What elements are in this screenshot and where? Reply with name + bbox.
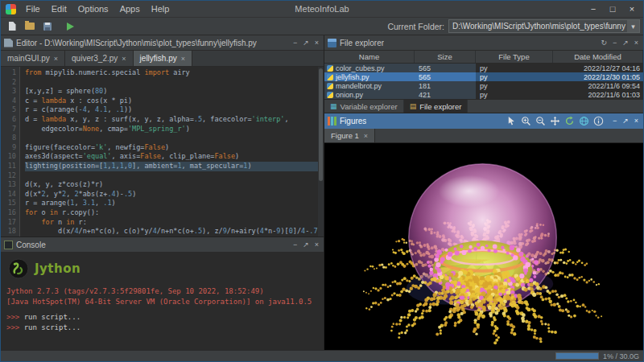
code-line [25,78,324,88]
run-script-button[interactable] [62,19,78,34]
minimize-window-button[interactable]: − [584,1,603,17]
dock-tab-label: File explorer [419,102,461,111]
file-row[interactable]: onion.py421py2022/11/6 01:03 [324,90,643,99]
code-line [25,171,324,181]
save-file-button[interactable] [39,19,56,34]
dock-tab-file-explorer[interactable]: ▤File explorer [404,100,469,113]
info-icon[interactable] [593,116,605,127]
prompt-marker: >>> [6,313,19,321]
run-icon [67,23,74,31]
minimize-icon[interactable]: − [293,237,297,253]
scrollbar-thumb[interactable] [319,68,323,181]
editor-tab[interactable]: mainGUI.py× [1,51,65,66]
figure-canvas[interactable] [324,143,643,350]
code-editor[interactable]: 123456789101112131415161718 from mipylib… [1,67,324,237]
console-icon [4,241,13,249]
file-explorer-header: File explorer ↻−↗× [324,35,643,51]
column-header-size[interactable]: Size [415,51,476,63]
file-row[interactable]: mandelbrot.py181py2022/11/6 09:54 [324,81,643,90]
code-line: r = c(arange(-4, 4.1, .1)) [25,105,324,115]
globe-icon[interactable] [579,116,590,127]
file-row[interactable]: jellyfish.py565py2022/12/30 01:05 [324,72,643,81]
file-name: color_cubes.py [336,64,385,72]
column-header-name[interactable]: Name [324,51,415,63]
python-file-icon [327,65,333,72]
menu-file[interactable]: File [20,1,46,17]
file-name-cell: color_cubes.py [324,64,415,72]
jellyfish-plot [324,143,643,350]
zoom-out-icon[interactable] [535,116,547,127]
dock-tab-label: Variable explorer [341,102,398,111]
console-header-controls: −↗× [293,237,320,253]
pan-icon[interactable] [550,116,561,127]
maximize-window-button[interactable]: □ [603,1,622,17]
tab-label: quiver3_2.py [72,54,118,63]
jython-logo-text: Jython [35,261,80,276]
jython-logo: Jython [8,258,318,279]
code-line: r = arange(1, 3.1, .1) [25,199,324,208]
file-date-cell: 2022/11/6 09:54 [553,81,643,90]
chevron-down-icon[interactable]: ▾ [627,20,639,32]
figure-tab-close-icon[interactable]: × [364,132,368,140]
variable-explorer-icon: ▦ [330,102,337,110]
console-title: Console [16,241,46,249]
editor-scrollbar[interactable] [318,67,324,237]
file-type-cell: py [476,81,553,90]
file-type-cell: py [476,90,553,99]
tab-close-icon[interactable]: × [54,55,58,63]
refresh-icon[interactable]: ↻ [601,35,607,51]
close-icon[interactable]: × [315,35,319,51]
close-icon[interactable]: × [634,113,638,129]
python-file-icon [327,83,333,89]
menu-options[interactable]: Options [72,1,114,17]
close-icon[interactable]: × [634,35,638,51]
zoom-in-icon[interactable] [521,116,532,127]
minimize-icon[interactable]: − [613,113,617,129]
code-line: from mipylib.numeric.special import airy [25,68,324,78]
explorer-dock-tabs: ▦Variable explorer▤File explorer [324,99,643,113]
prompt-text: run script... [19,323,80,331]
console-output[interactable]: Jython Jython 2.7.3 (tags/v2.7.3:5f29801… [1,253,324,350]
tab-close-icon[interactable]: × [181,55,185,63]
tab-close-icon[interactable]: × [122,55,126,63]
file-name: onion.py [336,91,363,99]
open-file-button[interactable] [22,19,38,34]
minimize-icon[interactable]: − [293,35,297,51]
menu-apps[interactable]: Apps [114,1,146,17]
column-header-date[interactable]: Date Modified [553,51,643,63]
main-toolbar: Current Folder: D:\Working\MIScript\Jyth… [1,17,643,35]
minimize-icon[interactable]: − [613,35,617,51]
file-size-cell: 565 [415,72,476,81]
editor-tab[interactable]: jellyfish.py× [134,51,192,66]
close-window-button[interactable]: × [622,1,642,17]
code-line: [x,y,z] = sphere(80) [25,87,324,97]
editor-panel: Editor - D:\Working\MIScript\Jython\mis\… [1,35,324,237]
current-folder-combobox[interactable]: D:\Working\MIScript\Jython\mis\plot_type… [448,19,640,33]
new-script-button[interactable] [4,19,20,34]
memory-bar-fill [556,353,598,359]
float-icon[interactable]: ↗ [303,35,309,51]
line-number: 15 [1,199,16,208]
close-icon[interactable]: × [315,237,319,253]
file-name-cell: jellyfish.py [324,72,415,81]
code-line: d = lambda x, y, z : surf(x, y, z, alpha… [25,115,324,125]
code-line: figure(facecolor='k', newfig=False) [25,143,324,153]
menu-edit[interactable]: Edit [46,1,72,17]
current-folder-label: Current Folder: [387,22,444,31]
select-arrow-icon[interactable] [506,116,518,127]
float-icon[interactable]: ↗ [622,113,629,129]
editor-tab[interactable]: quiver3_2.py× [65,51,134,66]
python-file-icon [327,92,333,98]
figure-tab[interactable]: Figure 1 × [324,129,375,142]
float-icon[interactable]: ↗ [622,35,629,51]
code-line [25,134,324,143]
line-number: 7 [1,125,16,134]
dock-tab-variable-explorer[interactable]: ▦Variable explorer [324,100,404,113]
code-line: lighting(position=[1,1,1,0], ambient=1, … [25,162,324,171]
float-icon[interactable]: ↗ [303,237,309,253]
file-row[interactable]: color_cubes.py565py2022/12/27 04:16 [324,64,643,72]
column-header-type[interactable]: File Type [476,51,553,63]
menu-help[interactable]: Help [146,1,175,17]
rotate-icon[interactable] [564,116,576,127]
file-explorer-header-controls: ↻−↗× [601,35,640,51]
